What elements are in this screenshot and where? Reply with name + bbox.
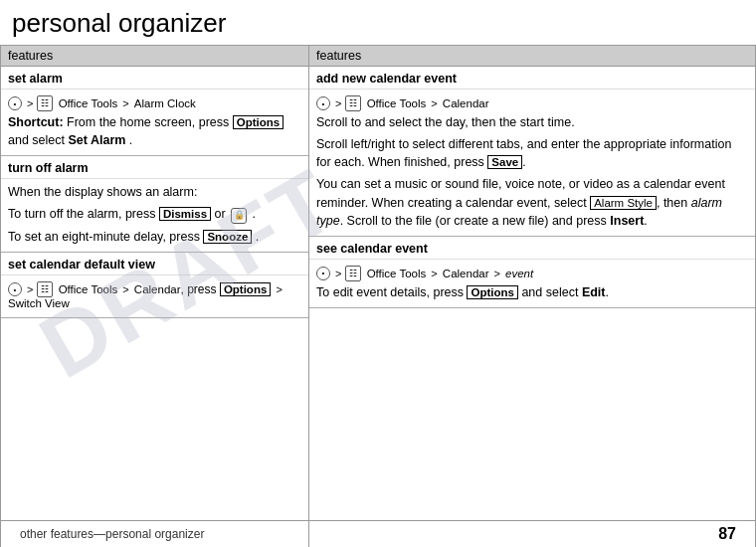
set-calendar-default-view-title: set calendar default view <box>1 253 308 275</box>
options-label: Options <box>233 115 284 129</box>
nav-arrow-8: > <box>335 268 341 279</box>
set-alarm-label: Set Alarm <box>68 133 125 147</box>
set-alarm-title: set alarm <box>1 67 308 90</box>
see-calendar-event-content: > ☷ Office Tools > Calendar > event To e… <box>309 260 755 308</box>
turn-off-alarm-section: turn off alarm When the display shows an… <box>1 156 308 253</box>
lock-icon: 🔒 <box>231 208 247 224</box>
calendar-label: Calendar <box>134 283 181 295</box>
nav-arrow: > <box>27 97 33 109</box>
office-tools-label-3: Office Tools <box>363 97 426 109</box>
nav-arrow-10: > <box>491 268 504 279</box>
add-calendar-event-content: > ☷ Office Tools > Calendar Scroll to an… <box>309 90 755 237</box>
see-calendar-event-section: see calendar event > ☷ Office Tools > Ca… <box>309 237 755 308</box>
calendar-default-nav: > ☷ Office Tools > Calendar , press Opti… <box>8 279 301 311</box>
footer-page-number: 87 <box>718 525 736 543</box>
office-tools-label: Office Tools <box>55 97 117 109</box>
see-calendar-event-title: see calendar event <box>309 237 755 260</box>
alarm-clock-label: Alarm Clock <box>134 97 196 109</box>
press-text: press <box>184 282 220 296</box>
add-calendar-nav: > ☷ Office Tools > Calendar <box>316 93 748 113</box>
page-footer: other features—personal organizer 87 <box>0 520 756 547</box>
set-calendar-default-view-content: > ☷ Office Tools > Calendar , press Opti… <box>1 275 308 318</box>
office-tools-label-4: Office Tools <box>363 268 426 279</box>
right-features-header: features <box>309 46 755 67</box>
set-calendar-default-view-section: set calendar default view > ☷ Office Too… <box>1 253 308 318</box>
shortcut-and: and select <box>8 133 68 147</box>
nav-arrow-7: > <box>428 97 441 109</box>
left-column: features set alarm > ☷ Office Tools > Al… <box>0 45 308 547</box>
set-alarm-nav: > ☷ Office Tools > Alarm Clock <box>8 93 301 113</box>
nav-dot-icon-4 <box>316 267 330 280</box>
dismiss-period: . <box>253 207 256 221</box>
scroll-tabs-text: Scroll left/right to select different ta… <box>316 135 748 171</box>
see-calendar-nav: > ☷ Office Tools > Calendar > event <box>316 264 748 283</box>
set-alarm-content: > ☷ Office Tools > Alarm Clock Shortcut:… <box>1 90 308 156</box>
shortcut-bold: Shortcut: <box>8 115 64 129</box>
office-tools-icon-2: ☷ <box>37 281 53 297</box>
dismiss-label: Dismiss <box>159 207 211 221</box>
options-label-2: Options <box>220 282 271 296</box>
right-column: features add new calendar event > ☷ Offi… <box>308 45 756 547</box>
shortcut-text: Shortcut: From the home screen, press Op… <box>8 113 301 149</box>
dismiss-prefix: To turn off the alarm, press <box>8 207 159 221</box>
main-layout: features set alarm > ☷ Office Tools > Al… <box>0 45 756 547</box>
office-tools-icon-4: ☷ <box>345 266 361 281</box>
page-title: personal organizer <box>0 0 756 45</box>
office-tools-icon: ☷ <box>37 95 53 111</box>
add-new-calendar-event-section: add new calendar event > ☷ Office Tools … <box>309 67 755 237</box>
nav-arrow-3: > <box>27 283 33 295</box>
edit-label: Edit <box>582 285 606 299</box>
nav-arrow-5: > <box>273 283 285 295</box>
nav-dot-icon-3 <box>316 96 330 110</box>
snooze-label: Snooze <box>203 230 252 244</box>
turn-off-alarm-title: turn off alarm <box>1 156 308 179</box>
music-sound-text: You can set a music or sound file, voice… <box>316 175 748 229</box>
alarm-display-text: When the display shows an alarm: <box>8 183 301 201</box>
scroll-select-day: Scroll to and select the day, then the s… <box>316 113 748 131</box>
dismiss-line: To turn off the alarm, press Dismiss or … <box>8 205 301 224</box>
snooze-prefix: To set an eight-minute delay, press <box>8 230 203 244</box>
nav-dot-icon-2 <box>8 282 22 296</box>
set-alarm-section: set alarm > ☷ Office Tools > Alarm Clock… <box>1 67 308 156</box>
office-tools-label-2: Office Tools <box>55 283 117 295</box>
edit-event-text: To edit event details, press Options and… <box>316 283 748 301</box>
alarm-style-label: Alarm Style <box>590 196 657 210</box>
nav-arrow-4: > <box>119 283 132 295</box>
alarm-type-italic: alarm type <box>316 196 722 228</box>
turn-off-alarm-content: When the display shows an alarm: To turn… <box>1 179 308 253</box>
snooze-period: . <box>256 230 259 244</box>
shortcut-desc: From the home screen, press <box>67 115 233 129</box>
nav-arrow-9: > <box>428 268 441 279</box>
nav-arrow-6: > <box>335 97 341 109</box>
options-label-3: Options <box>467 285 517 299</box>
calendar-label-2: Calendar <box>443 97 489 109</box>
save-label: Save <box>487 155 522 169</box>
left-features-header: features <box>1 46 308 67</box>
event-italic-label: event <box>505 268 533 279</box>
shortcut-period: . <box>129 133 132 147</box>
snooze-line: To set an eight-minute delay, press Snoo… <box>8 228 301 246</box>
footer-text: other features—personal organizer <box>20 527 204 541</box>
add-calendar-event-title: add new calendar event <box>309 67 755 90</box>
switch-view-label: Switch View <box>8 297 70 309</box>
dismiss-or: or <box>215 207 230 221</box>
nav-dot-icon <box>8 96 22 110</box>
insert-label: Insert <box>610 214 644 228</box>
calendar-label-3: Calendar <box>443 268 489 279</box>
office-tools-icon-3: ☷ <box>345 95 361 111</box>
nav-arrow2: > <box>119 97 132 109</box>
